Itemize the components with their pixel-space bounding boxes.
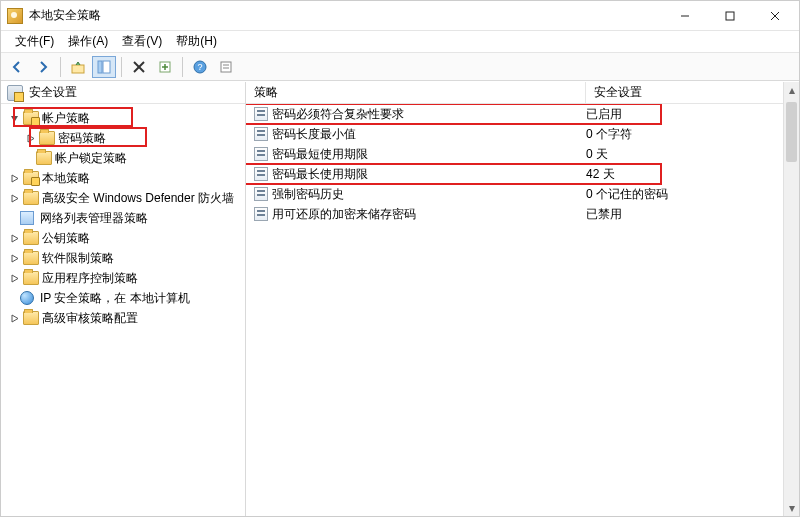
tree-label: 软件限制策略 (42, 250, 114, 267)
expander-expand-icon[interactable] (8, 252, 20, 264)
tree-label: 密码策略 (58, 130, 106, 147)
security-settings-icon (7, 85, 23, 101)
network-icon (20, 211, 34, 225)
folder-icon (23, 111, 39, 125)
folder-icon (23, 251, 39, 265)
tree[interactable]: 帐户策略 密码策略 帐户锁定策略 本地策略 (1, 104, 245, 332)
list-pane: 策略 安全设置 密码必须符合复杂性要求 已启用 密码长度最小值 0 个字符 密码… (246, 82, 799, 516)
expander-expand-icon[interactable] (8, 312, 20, 324)
expander-expand-icon[interactable] (24, 132, 36, 144)
delete-button[interactable] (127, 56, 151, 78)
folder-icon (23, 271, 39, 285)
policy-setting: 0 个记住的密码 (586, 186, 799, 203)
list-body: 密码必须符合复杂性要求 已启用 密码长度最小值 0 个字符 密码最短使用期限 0… (246, 104, 799, 516)
column-header-setting[interactable]: 安全设置 (586, 82, 799, 103)
column-header-policy[interactable]: 策略 (246, 82, 586, 103)
svg-rect-5 (98, 61, 102, 73)
tree-header: 安全设置 (1, 82, 245, 104)
policy-name: 密码长度最小值 (272, 126, 356, 143)
toolbar: ? (1, 53, 799, 81)
tree-header-label: 安全设置 (29, 84, 77, 101)
tree-node-local-policies[interactable]: 本地策略 (1, 168, 245, 188)
minimize-button[interactable] (662, 2, 707, 30)
tree-node-software-restriction[interactable]: 软件限制策略 (1, 248, 245, 268)
forward-button[interactable] (31, 56, 55, 78)
menu-help[interactable]: 帮助(H) (170, 31, 223, 52)
tree-node-public-key-policies[interactable]: 公钥策略 (1, 228, 245, 248)
scroll-down-icon[interactable]: ▾ (784, 500, 799, 516)
folder-icon (23, 171, 39, 185)
help-button[interactable]: ? (188, 56, 212, 78)
policy-icon (254, 147, 268, 161)
expander-expand-icon[interactable] (8, 272, 20, 284)
policy-row[interactable]: 密码长度最小值 0 个字符 (246, 124, 799, 144)
policy-name: 强制密码历史 (272, 186, 344, 203)
policy-row[interactable]: 密码最短使用期限 0 天 (246, 144, 799, 164)
maximize-button[interactable] (707, 2, 752, 30)
export-button[interactable] (153, 56, 177, 78)
tree-label: 高级安全 Windows Defender 防火墙 (42, 190, 234, 207)
folder-icon (23, 191, 39, 205)
tree-node-network-list-manager[interactable]: 网络列表管理器策略 (1, 208, 245, 228)
tree-label: 帐户锁定策略 (55, 150, 127, 167)
tree-node-ip-security[interactable]: IP 安全策略，在 本地计算机 (1, 288, 245, 308)
svg-rect-12 (221, 62, 231, 72)
policy-name: 用可还原的加密来储存密码 (272, 206, 416, 223)
tree-label: 网络列表管理器策略 (40, 210, 148, 227)
tree-label: 应用程序控制策略 (42, 270, 138, 287)
up-button[interactable] (66, 56, 90, 78)
folder-icon (36, 151, 52, 165)
expander-expand-icon[interactable] (8, 192, 20, 204)
tree-node-advanced-audit[interactable]: 高级审核策略配置 (1, 308, 245, 328)
globe-icon (20, 291, 34, 305)
svg-rect-1 (726, 12, 734, 20)
tree-node-account-policies[interactable]: 帐户策略 (1, 108, 245, 128)
tree-node-windows-defender-firewall[interactable]: 高级安全 Windows Defender 防火墙 (1, 188, 245, 208)
policy-icon (254, 107, 268, 121)
policy-setting: 0 个字符 (586, 126, 799, 143)
menu-file[interactable]: 文件(F) (9, 31, 60, 52)
tree-label: 公钥策略 (42, 230, 90, 247)
policy-name: 密码必须符合复杂性要求 (272, 106, 404, 123)
policy-icon (254, 207, 268, 221)
menu-bar: 文件(F) 操作(A) 查看(V) 帮助(H) (1, 31, 799, 53)
policy-setting: 已禁用 (586, 206, 799, 223)
policy-setting: 0 天 (586, 146, 799, 163)
tree-node-app-control[interactable]: 应用程序控制策略 (1, 268, 245, 288)
tree-node-password-policy[interactable]: 密码策略 (1, 128, 245, 148)
policy-icon (254, 167, 268, 181)
policy-row[interactable]: 用可还原的加密来储存密码 已禁用 (246, 204, 799, 224)
scroll-thumb[interactable] (786, 102, 797, 162)
folder-icon (23, 311, 39, 325)
policy-icon (254, 127, 268, 141)
menu-action[interactable]: 操作(A) (62, 31, 114, 52)
back-button[interactable] (5, 56, 29, 78)
list-header: 策略 安全设置 (246, 82, 799, 104)
show-tree-button[interactable] (92, 56, 116, 78)
app-icon (7, 8, 23, 24)
expander-collapse-icon[interactable] (8, 112, 20, 124)
policy-icon (254, 187, 268, 201)
expander-expand-icon[interactable] (8, 232, 20, 244)
tree-pane: 安全设置 帐户策略 密码策略 (1, 82, 246, 516)
policy-setting: 42 天 (586, 166, 799, 183)
properties-button[interactable] (214, 56, 238, 78)
expander-expand-icon[interactable] (8, 172, 20, 184)
close-button[interactable] (752, 2, 797, 30)
policy-row[interactable]: 密码必须符合复杂性要求 已启用 (246, 104, 799, 124)
policy-setting: 已启用 (586, 106, 799, 123)
policy-row[interactable]: 强制密码历史 0 个记住的密码 (246, 184, 799, 204)
menu-view[interactable]: 查看(V) (116, 31, 168, 52)
policy-row[interactable]: 密码最长使用期限 42 天 (246, 164, 799, 184)
policy-name: 密码最长使用期限 (272, 166, 368, 183)
tree-label: 帐户策略 (42, 110, 90, 127)
scroll-up-icon[interactable]: ▴ (784, 82, 799, 98)
folder-icon (39, 131, 55, 145)
svg-text:?: ? (197, 62, 202, 72)
tree-node-account-lockout-policy[interactable]: 帐户锁定策略 (1, 148, 245, 168)
vertical-scrollbar[interactable]: ▴ ▾ (783, 82, 799, 516)
svg-rect-6 (103, 61, 110, 73)
tree-label: IP 安全策略，在 本地计算机 (40, 290, 190, 307)
main-split: 安全设置 帐户策略 密码策略 (1, 81, 799, 516)
folder-icon (23, 231, 39, 245)
